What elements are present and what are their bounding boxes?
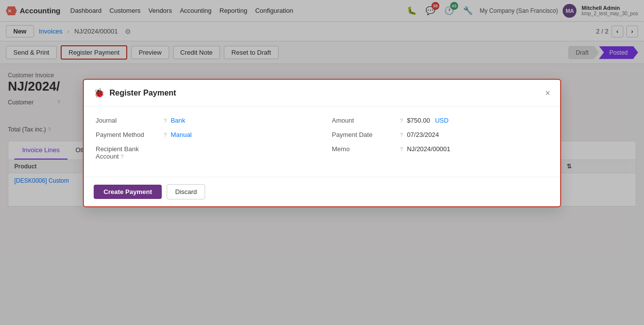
memo-label: Memo — [332, 145, 396, 153]
payment-date-field: Payment Date ? 07/23/2024 — [332, 131, 548, 138]
payment-date-help-icon[interactable]: ? — [400, 132, 403, 138]
journal-label: Journal — [96, 117, 160, 124]
modal-title-icon: 🐞 — [94, 88, 105, 98]
modal-footer: Create Payment Discard — [84, 177, 560, 206]
memo-help-icon[interactable]: ? — [400, 146, 403, 152]
amount-row: $750.00 USD — [407, 117, 448, 124]
memo-field: Memo ? NJ/2024/00001 — [332, 145, 548, 153]
journal-help-icon[interactable]: ? — [164, 118, 167, 124]
create-payment-button[interactable]: Create Payment — [94, 185, 162, 199]
amount-label: Amount — [332, 117, 396, 124]
journal-value[interactable]: Bank — [171, 117, 185, 124]
amount-field: Amount ? $750.00 USD — [332, 117, 548, 124]
payment-method-value[interactable]: Manual — [171, 131, 192, 138]
register-payment-modal: 🐞 Register Payment × Journal ? Bank Paym… — [83, 79, 561, 207]
recipient-bank-field: Recipient BankAccount ? — [96, 145, 312, 160]
modal-overlay: 🐞 Register Payment × Journal ? Bank Paym… — [0, 0, 644, 215]
amount-value[interactable]: $750.00 — [407, 117, 430, 124]
currency-value[interactable]: USD — [435, 117, 448, 124]
recipient-bank-label: Recipient BankAccount ? — [96, 145, 160, 160]
modal-body: Journal ? Bank Payment Method ? Manual R… — [84, 107, 560, 177]
modal-title: Register Payment — [109, 89, 540, 98]
payment-method-label: Payment Method — [96, 131, 160, 138]
modal-fields-left: Journal ? Bank Payment Method ? Manual R… — [96, 117, 312, 167]
modal-fields-right: Amount ? $750.00 USD Payment Date ? 07/2… — [332, 117, 548, 167]
discard-button[interactable]: Discard — [167, 184, 205, 199]
modal-fields: Journal ? Bank Payment Method ? Manual R… — [96, 117, 548, 167]
payment-method-field: Payment Method ? Manual — [96, 131, 312, 138]
payment-date-value[interactable]: 07/23/2024 — [407, 131, 439, 138]
memo-value[interactable]: NJ/2024/00001 — [407, 145, 450, 153]
modal-header: 🐞 Register Payment × — [84, 80, 560, 107]
journal-field: Journal ? Bank — [96, 117, 312, 124]
payment-date-label: Payment Date — [332, 131, 396, 138]
payment-method-help-icon[interactable]: ? — [164, 132, 167, 138]
modal-close-button[interactable]: × — [545, 88, 550, 98]
amount-help-icon[interactable]: ? — [400, 118, 403, 124]
